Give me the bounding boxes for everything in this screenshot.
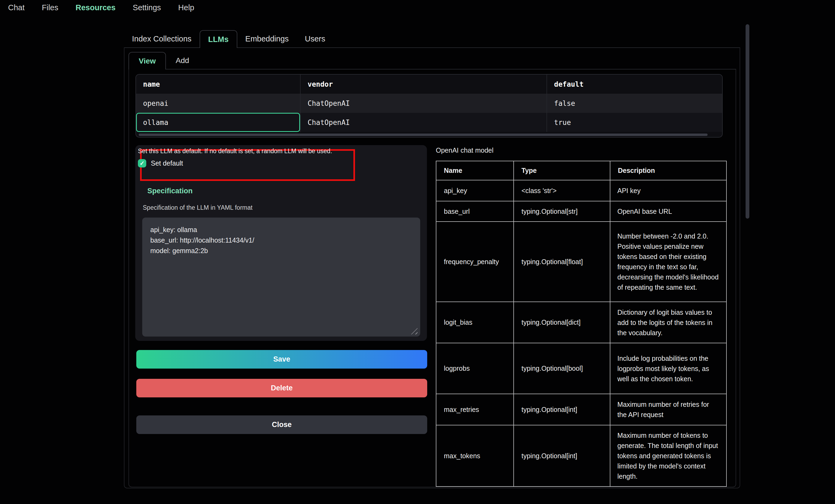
param-description: Include log probabilities on the logprob… [610, 343, 727, 394]
tab-llms[interactable]: LLMs [200, 30, 237, 48]
param-description: API key [610, 180, 727, 201]
param-type: typing.Optional[int] [514, 394, 610, 425]
yaml-spec-textarea[interactable]: api_key: ollama base_url: http://localho… [142, 217, 420, 337]
model-col-header-description: Description [610, 161, 727, 180]
horizontal-scrollbar[interactable] [139, 133, 708, 136]
param-name: base_url [436, 201, 514, 222]
model-col-header-name: Name [436, 161, 514, 180]
table-row: api_key <class 'str'> API key [436, 180, 727, 201]
tab-users[interactable]: Users [297, 30, 333, 47]
param-type: <class 'str'> [514, 180, 610, 201]
param-name: logprobs [436, 343, 514, 394]
top-navigation: Chat Files Resources Settings Help [8, 3, 194, 12]
subtab-add[interactable]: Add [166, 52, 199, 69]
model-info-table: Name Type Description api_key <class 'st… [436, 161, 727, 487]
table-row: max_tokens typing.Optional[int] Maximum … [436, 425, 727, 486]
llm-cell-name: openai [136, 94, 300, 113]
nav-item-help[interactable]: Help [178, 3, 195, 12]
param-type: typing.Optional[int] [514, 425, 610, 486]
param-description: OpenAI base URL [610, 201, 727, 222]
llm-detail-card: Set this LLM as default. If no default i… [135, 145, 427, 341]
view-tab-panel: name vendor default openai ChatOpenAI fa… [128, 69, 736, 487]
set-default-label[interactable]: Set default [151, 160, 183, 167]
nav-item-settings[interactable]: Settings [133, 3, 161, 12]
param-description [610, 486, 727, 487]
checkmark-icon: ✓ [140, 160, 144, 167]
param-name [436, 486, 514, 487]
table-row: logit_bias typing.Optional[dict] Diction… [436, 302, 727, 343]
param-description: Maximum number of retries for the API re… [610, 394, 727, 425]
close-button[interactable]: Close [136, 415, 427, 434]
param-type [514, 486, 610, 487]
resource-tabs: Index Collections LLMs Embeddings Users [124, 30, 740, 48]
param-name: frequency_penalty [436, 222, 514, 302]
llm-list-table: name vendor default openai ChatOpenAI fa… [136, 74, 723, 138]
llm-table-header-row: name vendor default [136, 75, 722, 94]
tab-embeddings[interactable]: Embeddings [237, 30, 297, 47]
param-type: typing.Optional[float] [514, 222, 610, 302]
llm-cell-vendor: ChatOpenAI [300, 94, 547, 113]
param-name: max_tokens [436, 425, 514, 486]
view-add-tabs: View Add [128, 52, 736, 69]
delete-button[interactable]: Delete [136, 379, 427, 397]
llm-row-ollama[interactable]: ollama ChatOpenAI true [136, 113, 722, 132]
param-name: logit_bias [436, 302, 514, 343]
llm-cell-default: true [547, 113, 722, 132]
specification-heading: Specification [147, 187, 192, 195]
vertical-scrollbar[interactable] [746, 24, 749, 218]
llm-cell-vendor: ChatOpenAI [300, 113, 547, 132]
table-row: frequency_penalty typing.Optional[float]… [436, 222, 727, 302]
subtab-view[interactable]: View [128, 52, 166, 69]
table-row: base_url typing.Optional[str] OpenAI bas… [436, 201, 727, 222]
param-description: Dictionary of logit bias values to add t… [610, 302, 727, 343]
param-type: typing.Optional[str] [514, 201, 610, 222]
model-info-title: OpenAI chat model [436, 146, 493, 154]
save-button[interactable]: Save [136, 350, 427, 369]
model-col-header-type: Type [514, 161, 610, 180]
table-row: logprobs typing.Optional[bool] Include l… [436, 343, 727, 394]
param-name: max_retries [436, 394, 514, 425]
app-root: Chat Files Resources Settings Help Index… [0, 0, 835, 504]
tab-index-collections[interactable]: Index Collections [124, 30, 200, 47]
llm-cell-name-selected: ollama [136, 113, 300, 132]
set-default-hint: Set this LLM as default. If no default i… [138, 148, 332, 155]
llm-col-header-default: default [547, 75, 722, 94]
param-type: typing.Optional[bool] [514, 343, 610, 394]
llm-col-header-vendor: vendor [300, 75, 547, 94]
param-description: Number between -2.0 and 2.0. Positive va… [610, 222, 727, 302]
table-row: max_retries typing.Optional[int] Maximum… [436, 394, 727, 425]
param-description: Maximum number of tokens to generate. Th… [610, 425, 727, 486]
nav-item-resources[interactable]: Resources [76, 3, 116, 12]
model-table-header-row: Name Type Description [436, 161, 727, 180]
llm-cell-default: false [547, 94, 722, 113]
specification-subtext: Specification of the LLM in YAML format [143, 204, 252, 211]
llm-row-openai[interactable]: openai ChatOpenAI false [136, 94, 722, 113]
table-row-clipped [436, 486, 727, 487]
nav-item-chat[interactable]: Chat [8, 3, 24, 12]
set-default-checkbox[interactable]: ✓ [138, 159, 146, 167]
param-name: api_key [436, 180, 514, 201]
nav-item-files[interactable]: Files [42, 3, 58, 12]
set-default-row: ✓ Set default [138, 159, 183, 167]
param-type: typing.Optional[dict] [514, 302, 610, 343]
llm-col-header-name: name [136, 75, 300, 94]
